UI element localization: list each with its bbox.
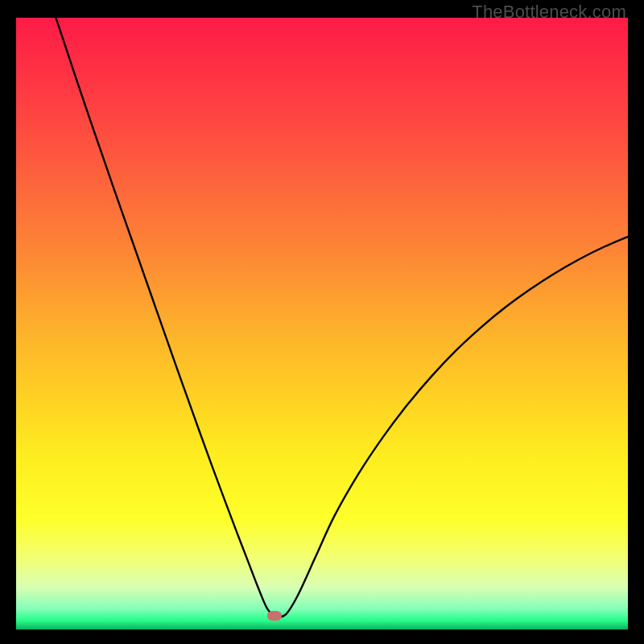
chart-frame [16,18,628,630]
optimum-marker [267,611,282,621]
bottleneck-chart [16,18,628,630]
gradient-background [16,18,628,630]
